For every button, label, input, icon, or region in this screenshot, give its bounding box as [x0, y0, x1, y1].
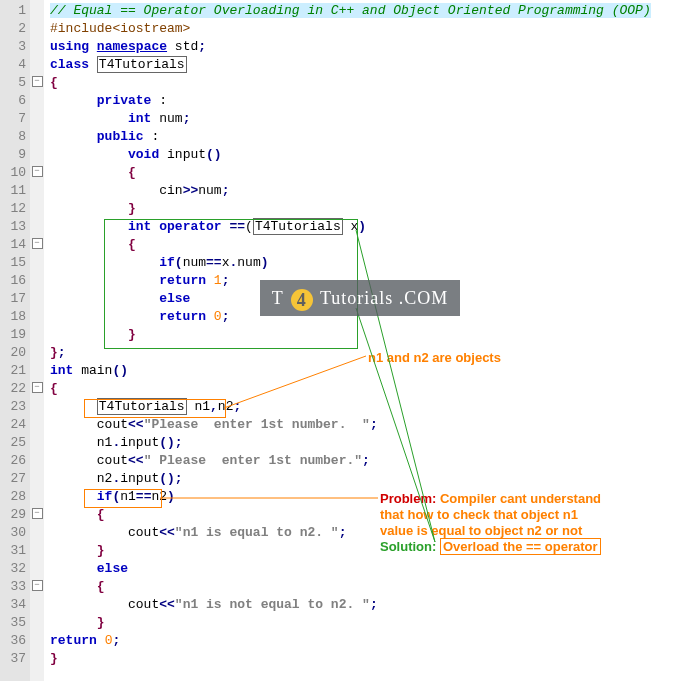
fold-cell — [30, 432, 44, 450]
fold-cell — [30, 324, 44, 342]
fold-cell — [30, 0, 44, 18]
code-line: class T4Tutorials — [50, 56, 700, 74]
line-number: 2 — [2, 20, 26, 38]
line-number: 9 — [2, 146, 26, 164]
line-number: 33 — [2, 578, 26, 596]
line-number: 31 — [2, 542, 26, 560]
line-number: 21 — [2, 362, 26, 380]
fold-cell — [30, 306, 44, 324]
fold-cell — [30, 558, 44, 576]
code-line: private : — [50, 92, 700, 110]
fold-cell — [30, 108, 44, 126]
fold-cell — [30, 540, 44, 558]
fold-cell — [30, 468, 44, 486]
code-line: return 0; — [50, 632, 700, 650]
line-number: 18 — [2, 308, 26, 326]
line-number: 30 — [2, 524, 26, 542]
line-number: 6 — [2, 92, 26, 110]
line-number: 35 — [2, 614, 26, 632]
code-line: } — [50, 614, 700, 632]
code-line: { — [50, 380, 700, 398]
code-line: { — [50, 236, 700, 254]
line-number: 19 — [2, 326, 26, 344]
fold-cell[interactable]: − — [30, 234, 44, 252]
fold-cell — [30, 216, 44, 234]
annotation-problem-label: Problem: — [380, 491, 436, 506]
fold-cell — [30, 36, 44, 54]
fold-cell — [30, 414, 44, 432]
code-line: void input() — [50, 146, 700, 164]
fold-cell[interactable]: − — [30, 576, 44, 594]
code-area: // Equal == Operator Overloading in C++ … — [44, 0, 700, 681]
code-line: { — [50, 74, 700, 92]
line-number: 28 — [2, 488, 26, 506]
fold-cell — [30, 648, 44, 666]
line-number-gutter: 1234567891011121314151617181920212223242… — [0, 0, 30, 681]
line-number: 13 — [2, 218, 26, 236]
fold-toggle-icon[interactable]: − — [32, 166, 43, 177]
line-number: 22 — [2, 380, 26, 398]
code-line: cin>>num; — [50, 182, 700, 200]
line-number: 25 — [2, 434, 26, 452]
fold-cell[interactable]: − — [30, 378, 44, 396]
code-line: { — [50, 164, 700, 182]
annotation-solution-label: Solution: — [380, 539, 436, 554]
code-line: n1.input(); — [50, 434, 700, 452]
line-number: 3 — [2, 38, 26, 56]
line-number: 5 — [2, 74, 26, 92]
fold-cell — [30, 360, 44, 378]
fold-cell — [30, 270, 44, 288]
line-number: 23 — [2, 398, 26, 416]
code-line: public : — [50, 128, 700, 146]
fold-cell — [30, 198, 44, 216]
line-number: 36 — [2, 632, 26, 650]
fold-cell — [30, 18, 44, 36]
fold-toggle-icon[interactable]: − — [32, 238, 43, 249]
fold-toggle-icon[interactable]: − — [32, 580, 43, 591]
line-number: 37 — [2, 650, 26, 668]
fold-cell — [30, 342, 44, 360]
fold-cell — [30, 486, 44, 504]
line-number: 26 — [2, 452, 26, 470]
fold-toggle-icon[interactable]: − — [32, 76, 43, 87]
line-number: 16 — [2, 272, 26, 290]
fold-cell — [30, 450, 44, 468]
code-line: cout<<"Please enter 1st number. "; — [50, 416, 700, 434]
fold-cell — [30, 180, 44, 198]
line-number: 4 — [2, 56, 26, 74]
fold-toggle-icon[interactable]: − — [32, 508, 43, 519]
fold-cell — [30, 396, 44, 414]
fold-cell — [30, 522, 44, 540]
code-line: using namespace std; — [50, 38, 700, 56]
fold-cell[interactable]: − — [30, 162, 44, 180]
line-number: 7 — [2, 110, 26, 128]
fold-cell — [30, 594, 44, 612]
line-number: 1 — [2, 2, 26, 20]
fold-toggle-icon[interactable]: − — [32, 382, 43, 393]
line-number: 8 — [2, 128, 26, 146]
line-number: 15 — [2, 254, 26, 272]
code-line: { — [50, 578, 700, 596]
fold-cell[interactable]: − — [30, 72, 44, 90]
code-line: #include<iostream> — [50, 20, 700, 38]
annotation-problem-line3: value is equal to object n2 or not — [380, 523, 582, 538]
code-line: int operator ==(T4Tutorials x) — [50, 218, 700, 236]
annotation-problem-line2: that how to check that object n1 — [380, 507, 578, 522]
code-line: } — [50, 650, 700, 668]
line-number: 11 — [2, 182, 26, 200]
code-line: T4Tutorials n1,n2; — [50, 398, 700, 416]
code-line: } — [50, 326, 700, 344]
code-line: // Equal == Operator Overloading in C++ … — [50, 2, 700, 20]
code-line: else — [50, 290, 700, 308]
fold-cell — [30, 288, 44, 306]
fold-column: −−−−−− — [30, 0, 44, 681]
fold-cell[interactable]: − — [30, 504, 44, 522]
annotation-problem-line1: Compiler cant understand — [440, 491, 601, 506]
line-number: 32 — [2, 560, 26, 578]
code-line: else — [50, 560, 700, 578]
line-number: 24 — [2, 416, 26, 434]
code-line: return 0; — [50, 308, 700, 326]
line-number: 12 — [2, 200, 26, 218]
fold-cell — [30, 54, 44, 72]
code-line: int num; — [50, 110, 700, 128]
